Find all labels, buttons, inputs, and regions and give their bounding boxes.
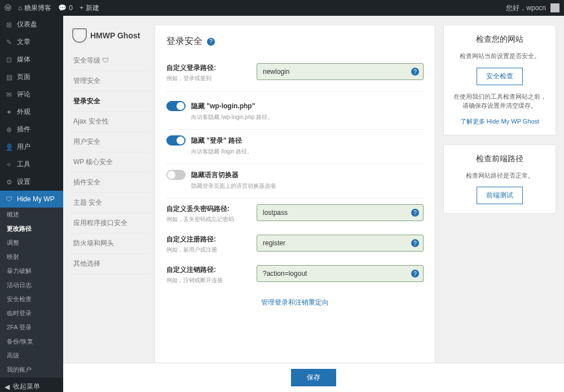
plugin-nav-item[interactable]: 其他选择 [71,254,150,274]
logout-hint: 例如，注销或断开连接 [166,276,251,284]
plugin-logo: HMWP Ghost [71,25,150,51]
plugin-nav-item[interactable]: 应用程序接口安全 [71,213,150,234]
wp-menu-item[interactable]: ✧工具 [0,156,63,173]
wp-logo[interactable]: ⓦ [5,3,11,13]
plugin-nav-item[interactable]: WP 核心安全 [71,152,150,173]
wp-submenu-item[interactable]: 映射 [0,250,63,264]
wp-menu-item[interactable]: ✉评论 [0,86,63,103]
menu-label: 仪表盘 [17,20,37,29]
menu-icon: ⊕ [5,125,14,134]
check-frontend-title: 检查前端路径 [451,154,549,164]
lostpass-input[interactable] [257,204,424,221]
wp-submenu-item[interactable]: 暴力破解 [0,264,63,278]
menu-label: Hide My WP [17,195,55,203]
menu-label: 设置 [17,177,30,187]
help-icon[interactable]: ? [411,239,419,247]
check-site-note: 在使用我们的工具检查网站之前，请确保存设置并清空缓存。 [451,92,549,111]
menu-icon: ✉ [5,90,14,99]
user-greeting[interactable]: 您好，wpocn [506,3,546,13]
menu-icon: ✦ [5,108,14,117]
hide-lang-label: 隐藏语言切换器 [191,170,239,180]
check-site-text: 检查网站当前设置是否安全。 [451,51,549,61]
save-button[interactable]: 保存 [291,369,336,386]
wp-submenu-item[interactable]: 2FA 登录 [0,320,63,334]
register-label: 自定义注册路径: [166,235,251,244]
register-input[interactable] [257,235,424,252]
avatar[interactable] [550,3,559,12]
hide-login-row: 隐藏 "登录" 路径 向访客隐藏 /login 路径。 [166,130,424,164]
check-frontend-box: 检查前端路径 检查网站路径是否正常。 前端测试 [443,144,556,214]
wp-submenu-item[interactable]: 概述 [0,208,63,222]
collapse-menu-button[interactable]: ◀收起菜单 [0,377,63,392]
register-hint: 例如，新用户或注册 [166,246,251,254]
wp-menu-item[interactable]: ✦外观 [0,103,63,121]
plugin-nav-item[interactable]: 管理安全 [71,71,150,91]
wp-submenu-item[interactable]: 调整 [0,236,63,250]
comments-link[interactable]: 💬 0 [58,4,73,12]
frontend-test-button[interactable]: 前端测试 [477,187,523,204]
help-icon[interactable]: ? [207,38,215,46]
menu-label: 工具 [17,160,30,169]
hide-wplogin-toggle[interactable] [166,101,186,111]
settings-panel: 登录安全 ? 自定义登录路径: 例如，登录或签到 ? [155,25,435,383]
login-path-input[interactable] [257,63,424,80]
hide-lang-toggle[interactable] [166,170,186,180]
wp-menu-item[interactable]: 🛡Hide My WP [0,191,63,208]
menu-icon: ⊡ [5,55,14,64]
menu-icon: ⊞ [5,20,14,29]
security-check-button[interactable]: 安全检查 [477,68,523,85]
hide-login-toggle[interactable] [166,135,186,146]
logout-row: 自定义注销路径: 例如，注销或断开连接 ? [166,259,424,290]
menu-label: 插件 [17,125,30,134]
wp-admin-menu: ⊞仪表盘✎文章⊡媒体▤页面✉评论✦外观⊕插件👤用户✧工具⚙设置🛡Hide My … [0,16,63,392]
learn-more-link[interactable]: 了解更多 Hide My WP Ghost [460,118,539,125]
wp-menu-item[interactable]: ✎文章 [0,33,63,51]
plugin-nav-item[interactable]: 防火墙和网头 [71,234,150,254]
help-icon[interactable]: ? [411,209,419,217]
plugin-nav-item[interactable]: 登录安全 [71,91,150,112]
menu-icon: ✧ [5,160,14,169]
menu-label: 页面 [17,72,30,82]
wp-submenu-item[interactable]: 更改路径 [0,222,63,236]
wp-menu-item[interactable]: ⊞仪表盘 [0,16,63,33]
shield-icon [72,28,87,43]
help-icon[interactable]: ? [411,68,419,76]
plugin-nav-item[interactable]: 主题 安全 [71,193,150,213]
wp-menu-item[interactable]: 👤用户 [0,138,63,156]
wp-submenu-item[interactable]: 我的账户 [0,363,63,377]
new-content-button[interactable]: + 新建 [80,3,99,13]
login-path-label: 自定义登录路径: [166,63,251,73]
hide-wplogin-hint: 向访客隐藏 /wp-login.php 路径。 [191,113,424,121]
wp-menu-item[interactable]: ⊕插件 [0,121,63,138]
wp-submenu-item[interactable]: 安全检查 [0,292,63,306]
plugin-nav-item[interactable]: Ajax 安全性 [71,112,150,132]
site-link[interactable]: ⌂ 糖果博客 [18,3,51,13]
lostpass-label: 自定义丢失密码路径: [166,204,251,214]
hide-login-hint: 向访客隐藏 /login 路径。 [191,148,424,156]
help-icon[interactable]: ? [411,270,419,278]
wp-submenu-item[interactable]: 临时登录 [0,306,63,320]
menu-icon: ▤ [5,73,14,82]
collapse-label: 收起菜单 [13,382,40,391]
plugin-nav-item[interactable]: 安全等级 🛡 [71,51,150,71]
wp-submenu-item[interactable]: 备份/恢复 [0,334,63,349]
check-site-box: 检查您的网站 检查网站当前设置是否安全。 安全检查 在使用我们的工具检查网站之前… [443,25,556,135]
wp-menu-item[interactable]: ⚙设置 [0,173,63,191]
menu-label: 用户 [17,142,30,152]
hide-lang-row: 隐藏语言切换器 隐藏登录页面上的语言切换器选项 [166,164,424,199]
wp-submenu-item[interactable]: 活动日志 [0,278,63,292]
logout-input[interactable] [257,265,424,282]
save-bar: 保存 [63,363,564,392]
wp-menu-item[interactable]: ▤页面 [0,68,63,86]
lostpass-hint: 例如，丢失密码或忘记密码 [166,215,251,223]
wp-menu-item[interactable]: ⊡媒体 [0,51,63,68]
wp-submenu-item[interactable]: 高级 [0,349,63,363]
check-site-title: 检查您的网站 [451,34,549,45]
hide-wplogin-label: 隐藏 "wp-login.php" [191,102,255,111]
manage-redirects-link[interactable]: 管理登录和注销重定向 [261,298,329,306]
plugin-nav-item[interactable]: 用户安全 [71,132,150,152]
lostpass-row: 自定义丢失密码路径: 例如，丢失密码或忘记密码 ? [166,199,424,229]
hide-login-label: 隐藏 "登录" 路径 [191,136,242,146]
menu-label: 媒体 [17,55,30,64]
plugin-nav-item[interactable]: 插件安全 [71,173,150,193]
